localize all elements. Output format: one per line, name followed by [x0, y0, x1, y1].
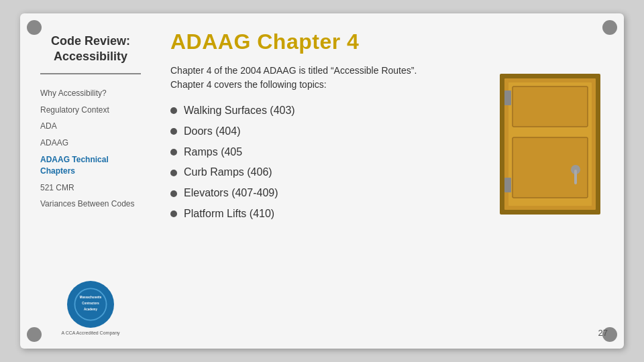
bullet-dot [170, 170, 177, 176]
sidebar-divider [40, 73, 141, 74]
intro-text: Chapter 4 of the 2004 ADAAG is titled “A… [170, 64, 483, 92]
svg-rect-11 [574, 170, 577, 184]
sidebar-logo: Massachusetts Contractors Academy A CCA … [40, 267, 141, 335]
bullet-dot [170, 210, 177, 217]
main-content: ADAAG Chapter 4 Chapter 4 of the 2004 AD… [154, 13, 624, 349]
bullet-text: Walking Surfaces (403) [184, 104, 295, 118]
list-item: Elevators (407-409) [170, 186, 483, 200]
list-item: Ramps (405 [170, 145, 483, 160]
sidebar-item-adaag[interactable]: ADAAG [40, 135, 141, 152]
sidebar-item-adaag-technical[interactable]: ADAAG Technical Chapters [40, 152, 141, 180]
list-item: Walking Surfaces (403) [170, 104, 483, 118]
logo-tagline: A CCA Accredited Company [61, 330, 119, 335]
corner-circle-tr [602, 20, 617, 35]
corner-circle-tl [27, 20, 42, 35]
sidebar-item-521cmr[interactable]: 521 CMR [40, 180, 141, 196]
bullet-dot [170, 190, 177, 197]
svg-text:Academy: Academy [84, 308, 98, 311]
text-section: Chapter 4 of the 2004 ADAAG is titled “A… [170, 64, 483, 335]
sidebar-item-variances[interactable]: Variances Between Codes [40, 196, 141, 213]
sidebar-title: Code Review: Accessibility [40, 34, 141, 65]
bullet-text: Curb Ramps (406) [184, 166, 272, 180]
sidebar: Code Review: Accessibility Why Accessibi… [20, 13, 154, 349]
content-area: Chapter 4 of the 2004 ADAAG is titled “A… [170, 64, 604, 335]
bullet-list: Walking Surfaces (403) Doors (404) Ramps… [170, 104, 483, 221]
logo-circle: Massachusetts Contractors Academy [67, 281, 114, 328]
svg-rect-8 [513, 86, 588, 127]
bullet-text: Elevators (407-409) [184, 186, 278, 200]
bullet-dot [170, 128, 177, 135]
door-svg [496, 70, 604, 218]
sidebar-item-why-accessibility[interactable]: Why Accessibility? [40, 85, 141, 102]
intro-line1: Chapter 4 of the 2004 ADAAG is titled “A… [170, 65, 417, 76]
bullet-dot [170, 107, 177, 114]
list-item: Curb Ramps (406) [170, 166, 483, 180]
svg-rect-12 [504, 90, 511, 105]
sidebar-item-regulatory-context[interactable]: Regulatory Context [40, 102, 141, 119]
intro-line2: Chapter 4 covers the following topics: [170, 79, 327, 90]
door-image [496, 70, 604, 218]
page-number: 27 [598, 328, 608, 338]
list-item: Platform Lifts (410) [170, 207, 483, 221]
sidebar-item-ada[interactable]: ADA [40, 118, 141, 135]
bullet-dot [170, 149, 177, 156]
bullet-text: Platform Lifts (410) [184, 207, 274, 221]
svg-rect-13 [504, 178, 511, 192]
list-item: Doors (404) [170, 125, 483, 139]
corner-circle-bl [27, 327, 42, 342]
svg-text:Massachusetts: Massachusetts [80, 296, 102, 299]
main-title: ADAAG Chapter 4 [170, 29, 604, 54]
bullet-text: Doors (404) [184, 125, 240, 139]
bullet-text: Ramps (405 [184, 145, 242, 160]
slide: Code Review: Accessibility Why Accessibi… [20, 13, 624, 349]
svg-text:Contractors: Contractors [82, 302, 99, 305]
